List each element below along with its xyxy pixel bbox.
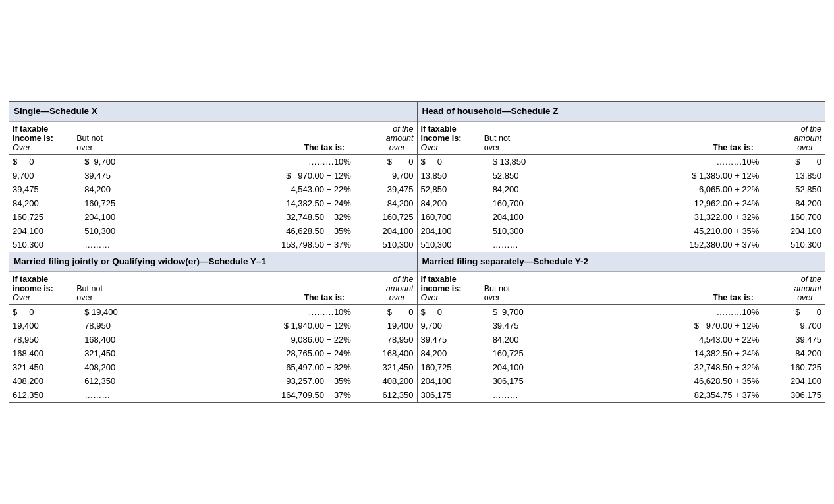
hdr-but-not-y2: But not over—: [481, 274, 558, 303]
schedule-z-col-headers: If taxable income is: Over— But not over…: [418, 122, 825, 155]
table-row: 306,175 ……… 82,354.75 + 37% 306,175: [418, 388, 825, 402]
table-row: 9,700 39,475 $ 970.00 + 12% 9,700: [9, 169, 417, 182]
hdr-amt-over-z: of the amount over—: [757, 124, 825, 153]
schedule-y1-col-headers: If taxable income is: Over— But not over…: [9, 272, 417, 305]
table-row: 9,700 39,475 $ 970.00 + 12% 9,700: [418, 319, 825, 333]
hdr-if-taxable-y2: If taxable income is: Over—: [418, 274, 481, 303]
hdr-amt-over-y2: of the amount over—: [757, 274, 825, 303]
schedule-z-section: Head of household—Schedule Z If taxable …: [418, 102, 825, 252]
table-row: $ 0 $ 9,700 ………10% $ 0: [9, 155, 417, 169]
table-row: 39,475 84,200 4,543.00 + 22% 39,475: [9, 182, 417, 196]
table-row: 78,950 168,400 9,086.00 + 22% 78,950: [9, 333, 417, 347]
table-row: 84,200 160,700 12,962.00 + 24% 84,200: [418, 196, 825, 210]
schedule-y1-data: $ 0 $ 19,400 ………10% $ 0 19,400 78,950 $ …: [9, 305, 417, 402]
hdr-but-not-x: But not over—: [73, 124, 155, 153]
table-row: 204,100 510,300 45,210.00 + 35% 204,100: [418, 224, 825, 238]
tax-val: ………10%: [163, 155, 354, 169]
hdr-tax-is-z: The tax is:: [558, 124, 757, 153]
hdr-if-taxable-y1: If taxable income is: Over—: [9, 274, 73, 303]
hdr-amt-over-x: of the amount over—: [348, 124, 416, 153]
table-row: 510,300 ……… 152,380.00 + 37% 510,300: [418, 238, 825, 252]
table-row: $ 0 $ 19,400 ………10% $ 0: [9, 305, 417, 319]
hdr-tax-is-y2: The tax is:: [558, 274, 757, 303]
top-half: Single—Schedule X If taxable income is: …: [9, 102, 825, 252]
schedule-x-col-headers: If taxable income is: Over— But not over…: [9, 122, 417, 155]
hdr-but-not-z: But not over—: [481, 124, 558, 153]
table-row: 84,200 160,725 14,382.50 + 24% 84,200: [418, 347, 825, 360]
table-row: 204,100 510,300 46,628.50 + 35% 204,100: [9, 224, 417, 238]
table-row: 160,725 204,100 32,748.50 + 32% 160,725: [9, 210, 417, 224]
schedule-y2-section: Married filing separately—Schedule Y-2 I…: [418, 252, 825, 402]
schedule-z-title: Head of household—Schedule Z: [418, 102, 825, 122]
table-row: 204,100 306,175 46,628.50 + 35% 204,100: [418, 374, 825, 388]
table-row: 168,400 321,450 28,765.00 + 24% 168,400: [9, 347, 417, 360]
hdr-amt-over-y1: of the amount over—: [348, 274, 416, 303]
table-row: 510,300 ……… 153,798.50 + 37% 510,300: [9, 238, 417, 252]
schedule-y2-col-headers: If taxable income is: Over— But not over…: [418, 272, 825, 305]
tax-table-wrapper: Single—Schedule X If taxable income is: …: [9, 101, 825, 403]
table-row: 19,400 78,950 $ 1,940.00 + 12% 19,400: [9, 319, 417, 333]
schedule-z-data: $ 0 $ 13,850 ………10% $ 0 13,850 52,850 $ …: [418, 155, 825, 252]
table-row: 160,700 204,100 31,322.00 + 32% 160,700: [418, 210, 825, 224]
hdr-if-taxable-z: If taxable income is: Over—: [418, 124, 481, 153]
table-row: 84,200 160,725 14,382.50 + 24% 84,200: [9, 196, 417, 210]
table-row: 13,850 52,850 $ 1,385.00 + 12% 13,850: [418, 169, 825, 182]
table-row: $ 0 $ 13,850 ………10% $ 0: [418, 155, 825, 169]
butnot-val: $ 9,700: [81, 155, 163, 169]
bottom-half: Married filing jointly or Qualifying wid…: [9, 252, 825, 402]
schedule-y2-title: Married filing separately—Schedule Y-2: [418, 252, 825, 272]
table-row: 52,850 84,200 6,065.00 + 22% 52,850: [418, 182, 825, 196]
schedule-x-title: Single—Schedule X: [9, 102, 417, 122]
table-row: 408,200 612,350 93,257.00 + 35% 408,200: [9, 374, 417, 388]
hdr-tax-is-x: The tax is:: [155, 124, 348, 153]
table-row: 612,350 ……… 164,709.50 + 37% 612,350: [9, 388, 417, 402]
schedule-x-section: Single—Schedule X If taxable income is: …: [9, 102, 418, 252]
amtover-val: $ 0: [354, 155, 417, 169]
table-row: 39,475 84,200 4,543.00 + 22% 39,475: [418, 333, 825, 347]
table-row: 321,450 408,200 65,497.00 + 32% 321,450: [9, 360, 417, 374]
schedule-y1-section: Married filing jointly or Qualifying wid…: [9, 252, 418, 402]
schedule-y2-data: $ 0 $ 9,700 ………10% $ 0 9,700 39,475 $ 97…: [418, 305, 825, 402]
schedule-x-data: $ 0 $ 9,700 ………10% $ 0 9,700 39,475 $ 97…: [9, 155, 417, 252]
over-val: $ 0: [9, 155, 81, 169]
table-row: 160,725 204,100 32,748.50 + 32% 160,725: [418, 360, 825, 374]
hdr-if-taxable-x: If taxable income is: Over—: [9, 124, 73, 153]
hdr-tax-is-y1: The tax is:: [155, 274, 348, 303]
table-row: $ 0 $ 9,700 ………10% $ 0: [418, 305, 825, 319]
schedule-y1-title: Married filing jointly or Qualifying wid…: [9, 252, 417, 272]
hdr-but-not-y1: But not over—: [73, 274, 155, 303]
